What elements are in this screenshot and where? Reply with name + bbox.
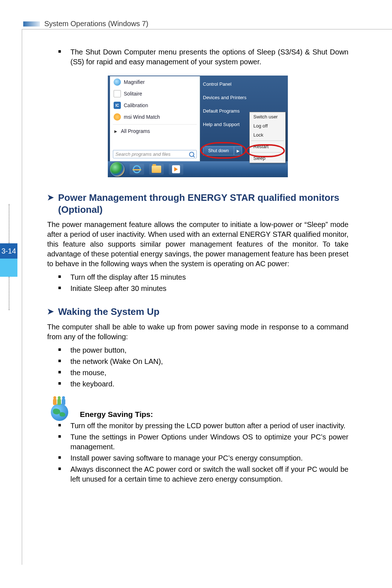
program-label: Calibration [124,102,148,108]
link-default-programs[interactable]: Default Programs [202,107,252,115]
intro-bullet-list: The Shut Down Computer menu presents the… [47,47,348,67]
frame-top-line [22,29,392,29]
all-programs-link[interactable]: All Programs [110,126,200,136]
all-programs-label: All Programs [121,128,150,134]
heading-waking-system: Waking the System Up [47,306,348,318]
shutdown-split-button[interactable]: Shut down ▶ [203,146,242,155]
search-placeholder: Search programs and files [115,151,171,157]
shutdown-button[interactable]: Shut down [203,146,234,155]
menu-sleep[interactable]: Sleep [250,154,285,163]
page-number: 3-14 [1,247,16,255]
list-waking-system: the power button, the network (Wake On L… [47,345,348,389]
magnifier-icon [114,78,121,86]
link-control-panel[interactable]: Control Panel [202,80,252,88]
list-item: Initiate Sleep after 30 minutes [58,284,348,293]
shutdown-label: Shut down [208,148,229,153]
list-item: the mouse, [58,368,348,378]
program-label: msi Wind Match [124,114,160,120]
margin-dotted-top [9,204,9,243]
heading-power-management: Power Management through ENERGY STAR qua… [47,192,348,215]
program-msi-wind-match[interactable]: msi Wind Match [110,111,200,123]
taskbar-explorer[interactable] [149,164,164,175]
menu-switch-user[interactable]: Switch user [250,112,285,121]
taskbar-ie[interactable] [130,164,144,175]
taskbar-media-player[interactable] [169,164,183,175]
para-waking-system: The computer shall be able to wake up fr… [47,322,348,342]
page-number-tab-accent [0,259,17,277]
energy-saving-block: Energy Saving Tips: Turn off the monitor… [47,400,348,484]
menu-separator [251,141,284,141]
energy-globe-icon [49,400,73,421]
header-gradient [23,21,40,27]
menu-separator [251,152,284,153]
separator [113,124,197,125]
page-header: System Operations (Windows 7) [23,20,148,28]
start-orb-icon[interactable] [110,162,124,177]
folder-icon [152,166,161,173]
play-icon [172,165,180,173]
calibration-icon: IC [114,102,121,109]
ie-icon [133,165,141,173]
list-item: the network (Wake On LAN), [58,357,348,366]
start-menu-left-pane: Magnifier Solitaire ICCalibration msi Wi… [110,76,200,161]
list-item: the power button, [58,345,348,355]
list-item: Tune the settings in Power Options under… [58,432,348,452]
list-power-management: Turn off the display after 15 minutes In… [47,272,348,293]
link-devices-printers[interactable]: Devices and Printers [202,93,252,102]
program-solitaire[interactable]: Solitaire [110,88,200,100]
program-magnifier[interactable]: Magnifier [110,76,200,88]
list-item: Turn off the display after 15 minutes [58,272,348,282]
search-icon [189,152,194,157]
taskbar [108,161,288,177]
menu-log-off[interactable]: Log off [250,121,285,130]
shutdown-arrow-button[interactable]: ▶ [234,146,242,155]
link-help-support[interactable]: Help and Support [202,120,252,129]
list-item: the keyboard. [58,379,348,389]
program-label: Solitaire [124,91,142,97]
frame-left-line [22,29,22,565]
program-calibration[interactable]: ICCalibration [110,100,200,111]
list-item: Install power saving software to manage … [58,453,348,463]
menu-restart[interactable]: Restart [250,142,285,151]
energy-saving-title: Energy Saving Tips: [80,410,153,419]
list-item: Always disconnect the AC power cord or s… [58,465,348,484]
intro-bullet: The Shut Down Computer menu presents the… [58,47,348,67]
power-options-menu: Switch user Log off Lock Restart Sleep [249,112,286,163]
msi-icon [114,113,121,121]
list-energy-tips: Turn off the monitor by pressing the LCD… [47,421,348,484]
header-title: System Operations (Windows 7) [44,20,148,28]
list-item: Turn off the monitor by pressing the LCD… [58,421,348,431]
margin-dotted-bottom [9,277,9,310]
solitaire-icon [114,90,121,97]
para-power-management: The power management feature allows the … [47,220,348,269]
start-menu-screenshot: Magnifier Solitaire ICCalibration msi Wi… [108,76,288,177]
search-input[interactable]: Search programs and files [113,150,197,158]
start-menu-right-pane: Control Panel Devices and Printers Defau… [202,80,252,129]
page-number-tab: 3-14 [0,243,17,259]
menu-lock[interactable]: Lock [250,130,285,139]
program-label: Magnifier [124,79,145,85]
